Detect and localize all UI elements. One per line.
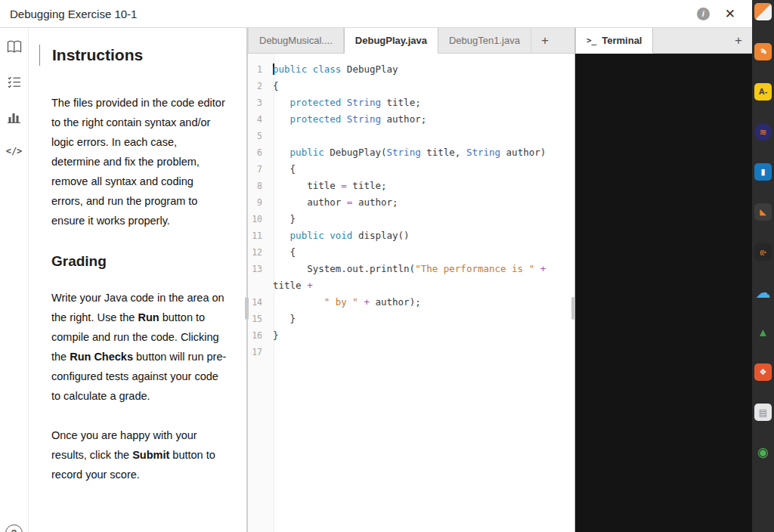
code-token-kw: void	[330, 230, 352, 241]
code-line[interactable]: 2{	[248, 78, 574, 94]
drive-triangle-icon[interactable]: ▲	[754, 323, 772, 341]
line-number: 7	[248, 161, 268, 178]
close-icon[interactable]: ✕	[725, 8, 735, 20]
code-token-pl: {	[273, 163, 296, 175]
checklist-icon[interactable]	[3, 73, 26, 90]
info-icon[interactable]: i	[697, 8, 710, 20]
new-terminal-button[interactable]: +	[725, 28, 752, 53]
code-text: title +	[268, 277, 313, 294]
code-token-ty: String	[347, 97, 381, 108]
code-token-kw: protected	[290, 97, 342, 108]
code-line[interactable]: 7 {	[248, 161, 574, 178]
code-icon[interactable]: </>	[3, 143, 26, 159]
code-line[interactable]: 16}	[248, 327, 574, 344]
code-line[interactable]: 14 " by " + author);	[248, 294, 574, 311]
code-token-op: +	[364, 296, 370, 308]
eclipse-icon[interactable]: ≋	[754, 123, 772, 141]
code-line[interactable]: title +	[248, 277, 574, 294]
code-line[interactable]: 12 {	[248, 244, 574, 261]
file-tab-debugmusical[interactable]: DebugMusical....	[248, 28, 344, 53]
line-number	[248, 277, 268, 294]
code-token-kw: protected	[290, 113, 342, 125]
code-token-pl: DebugPlay(	[324, 147, 387, 158]
code-token-pl: author);	[370, 296, 421, 308]
code-token-op: +	[307, 280, 313, 291]
code-token-pl: title	[273, 180, 341, 191]
terminal-tab[interactable]: >_ Terminal	[575, 28, 653, 54]
code-line[interactable]: 6 public DebugPlay(String title, String …	[248, 144, 574, 161]
line-number: 12	[248, 244, 268, 261]
instructions-title: Instructions	[39, 45, 227, 66]
code-text: }	[268, 311, 296, 327]
code-line[interactable]: 17	[248, 344, 574, 360]
editor-resize-handle[interactable]	[571, 297, 575, 320]
code-token-kw: public	[290, 230, 324, 241]
instruction-paragraph: Write your Java code in the area on the …	[51, 288, 227, 406]
code-token-pl	[273, 296, 324, 308]
rss-icon[interactable]: •))	[754, 43, 772, 60]
code-line[interactable]: 1public class DebugPlay	[248, 61, 574, 78]
cloud-icon[interactable]: ☁	[754, 283, 772, 301]
instruction-paragraph: The files provided in the code editor to…	[51, 93, 227, 230]
media-app-icon[interactable]: ◣	[754, 203, 772, 221]
code-text	[268, 128, 273, 144]
file-tab-debugten1-java[interactable]: DebugTen1.java	[438, 28, 531, 53]
code-token-pl	[341, 113, 347, 125]
green-circle-icon[interactable]: ◉	[754, 444, 772, 461]
code-line[interactable]: 4 protected String author;	[248, 111, 574, 128]
code-text: public class DebugPlay	[268, 61, 398, 78]
code-token-kw: class	[313, 63, 342, 75]
orange-app-icon[interactable]: ❖	[754, 363, 772, 381]
line-number: 6	[248, 144, 268, 161]
code-line[interactable]: 10 }	[248, 211, 574, 227]
code-token-pl	[534, 263, 540, 274]
code-token-op: +	[540, 263, 546, 274]
rss-icon-glyph: •))	[760, 48, 767, 56]
code-text: }	[268, 327, 279, 344]
left-toolbar: </> ?	[0, 28, 29, 532]
progress-chart-icon[interactable]	[3, 108, 26, 125]
code-token-pl: title	[273, 280, 307, 291]
audio-app-icon[interactable]: ((•	[754, 243, 772, 261]
code-token-pl: title,	[421, 147, 466, 158]
quill-icon[interactable]	[754, 3, 772, 20]
code-token-pl	[341, 97, 347, 108]
code-token-pl	[273, 230, 290, 241]
instructions-resize-handle[interactable]	[245, 297, 249, 320]
help-icon[interactable]: ?	[5, 524, 23, 532]
code-line[interactable]: 3 protected String title;	[248, 94, 574, 111]
code-text: }	[268, 211, 296, 227]
media-app-icon-glyph: ◣	[760, 208, 766, 216]
code-line[interactable]: 11 public void display()	[248, 227, 574, 244]
blue-app-icon[interactable]: ▮	[754, 163, 772, 181]
cloud-icon-glyph: ☁	[756, 285, 771, 300]
code-line[interactable]: 8 title = title;	[248, 178, 574, 194]
terminal-screen[interactable]	[575, 54, 752, 532]
line-number: 15	[248, 311, 268, 327]
code-line[interactable]: 13 System.out.println("The performance i…	[248, 261, 574, 277]
file-tab-debugplay-java[interactable]: DebugPlay.java	[344, 28, 438, 54]
code-text: {	[268, 244, 296, 261]
code-line[interactable]: 15 }	[248, 311, 574, 327]
terminal-tab-label: Terminal	[602, 35, 642, 46]
bold-text: Run Checks	[70, 351, 133, 363]
code-token-kw: public	[290, 147, 324, 158]
code-editor-panel: DebugMusical....DebugPlay.javaDebugTen1.…	[247, 28, 574, 532]
bold-text: Run	[138, 311, 159, 323]
orange-app-icon-glyph: ❖	[760, 368, 767, 376]
code-token-st: "The performance is "	[415, 263, 534, 274]
guide-book-icon[interactable]	[3, 39, 26, 55]
code-line[interactable]: 9 author = author;	[248, 194, 574, 211]
code-area[interactable]: 1public class DebugPlay2{3 protected Str…	[248, 54, 574, 532]
new-file-tab-button[interactable]: +	[531, 28, 559, 53]
documents-icon[interactable]: ▤	[754, 404, 772, 421]
code-line[interactable]: 5	[248, 128, 574, 144]
line-number: 13	[248, 261, 268, 277]
code-lines: 1public class DebugPlay2{3 protected Str…	[248, 61, 574, 360]
a-minus-icon[interactable]: A-	[754, 83, 772, 101]
text: The files provided in the code editor to…	[51, 97, 225, 227]
code-token-pl	[307, 63, 313, 75]
code-token-pl: author;	[381, 113, 426, 125]
line-number: 3	[248, 94, 268, 111]
window-titlebar: Debugging Exercise 10-1 i ✕	[0, 0, 752, 28]
